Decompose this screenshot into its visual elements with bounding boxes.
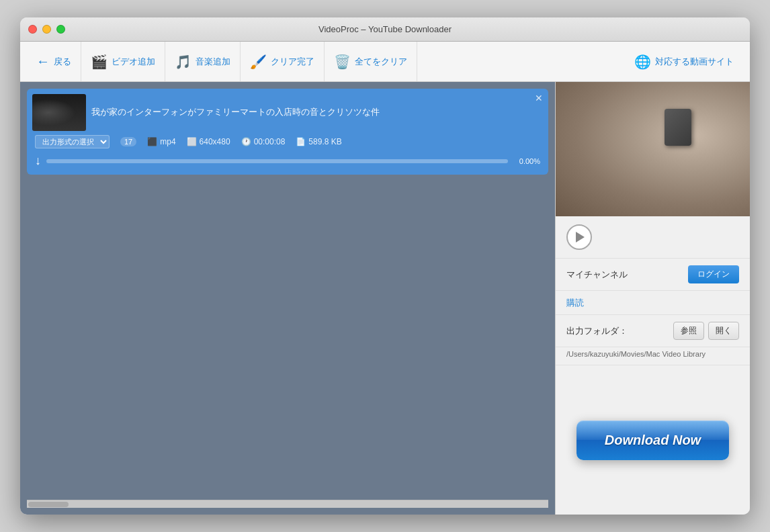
back-icon: ← — [36, 54, 50, 69]
progress-percentage: 0.00% — [513, 157, 540, 165]
progress-row: ↓ 0.00% — [32, 152, 543, 169]
clear-all-icon: 🗑️ — [334, 54, 351, 70]
clear-done-icon: 🖌️ — [250, 54, 267, 70]
preview-area — [556, 82, 750, 216]
supported-sites-icon: 🌐 — [634, 54, 651, 70]
scrollbar[interactable] — [27, 500, 548, 508]
count-badge: 17 — [120, 137, 136, 146]
play-icon — [576, 232, 585, 242]
titlebar-buttons — [28, 25, 65, 34]
maximize-button[interactable] — [56, 25, 65, 34]
format-select[interactable]: 出力形式の選択 — [35, 135, 110, 148]
format-selector: 出力形式の選択 — [35, 135, 110, 148]
add-music-button[interactable]: 🎵 音楽追加 — [165, 42, 241, 81]
back-button[interactable]: ← 戻る — [27, 42, 81, 81]
browse-button[interactable]: 参照 — [673, 322, 704, 340]
add-video-button[interactable]: 🎬 ビデオ追加 — [81, 42, 165, 81]
clear-all-label: 全てをクリア — [355, 56, 407, 68]
scrollbar-thumb[interactable] — [28, 502, 69, 507]
output-folder-row: 出力フォルダ： 参照 開く — [556, 315, 750, 347]
minimize-button[interactable] — [42, 25, 51, 34]
resolution-info: ⬜ 640x480 — [187, 137, 230, 146]
add-video-icon: 🎬 — [91, 54, 108, 70]
window-title: VideoProc – YouTube Downloader — [318, 24, 452, 34]
subscribe-link[interactable]: 購読 — [566, 298, 584, 308]
filesize-info: 📄 589.8 KB — [296, 137, 341, 146]
video-meta: 出力形式の選択 17 ⬛ mp4 ⬜ 640x480 — [32, 135, 543, 148]
codec-value: mp4 — [160, 137, 175, 146]
filesize-value: 589.8 KB — [308, 137, 341, 146]
video-thumbnail — [32, 94, 86, 131]
clock-icon: 🕐 — [241, 137, 251, 146]
channel-label: マイチャンネル — [566, 269, 628, 281]
download-now-button[interactable]: Download Now — [576, 420, 729, 460]
preview-wall — [556, 82, 750, 216]
right-panel: マイチャンネル ログイン 購読 出力フォルダ： 参照 開く /Users/kaz… — [555, 82, 750, 515]
toolbar: ← 戻る 🎬 ビデオ追加 🎵 音楽追加 🖌️ クリア完了 🗑️ 全てをクリア 🌐… — [20, 42, 750, 82]
preview-intercom — [665, 109, 691, 146]
video-close-button[interactable]: ✕ — [535, 93, 543, 103]
output-path: /Users/kazuyuki/Movies/Mac Video Library — [556, 347, 750, 365]
download-now-label: Download Now — [605, 433, 701, 447]
preview-image — [556, 82, 750, 216]
play-button-area — [556, 216, 750, 259]
download-arrow-icon: ↓ — [35, 154, 41, 168]
open-button[interactable]: 開く — [708, 322, 739, 340]
subscribe-row: 購読 — [556, 291, 750, 315]
back-label: 戻る — [54, 56, 71, 68]
thumbnail-image — [32, 94, 86, 131]
add-music-icon: 🎵 — [175, 54, 191, 70]
left-panel-empty — [27, 175, 548, 500]
codec-info: ⬛ mp4 — [147, 137, 175, 146]
clear-done-button[interactable]: 🖌️ クリア完了 — [241, 42, 325, 81]
supported-sites-button[interactable]: 🌐 対応する動画サイト — [625, 42, 743, 81]
output-folder-label: 出力フォルダ： — [566, 325, 628, 337]
clear-all-button[interactable]: 🗑️ 全てをクリア — [325, 42, 417, 81]
resolution-icon: ⬜ — [187, 137, 197, 146]
main-window: VideoProc – YouTube Downloader ← 戻る 🎬 ビデ… — [20, 17, 750, 515]
resolution-value: 640x480 — [200, 137, 230, 146]
video-count: 17 — [120, 137, 136, 146]
codec-icon: ⬛ — [147, 137, 157, 146]
channel-row: マイチャンネル ログイン — [556, 259, 750, 291]
play-button[interactable] — [566, 224, 592, 250]
main-content: ✕ 我が家のインターフォンがファミリーマートの入店時の音とクリソツな件 出力形式… — [20, 82, 750, 515]
supported-sites-label: 対応する動画サイト — [655, 56, 734, 68]
progress-bar-background — [46, 159, 508, 163]
video-item-header: 我が家のインターフォンがファミリーマートの入店時の音とクリソツな件 — [32, 94, 543, 131]
add-music-label: 音楽追加 — [196, 56, 230, 68]
folder-buttons: 参照 開く — [673, 322, 739, 340]
close-button[interactable] — [28, 25, 37, 34]
titlebar: VideoProc – YouTube Downloader — [20, 17, 750, 42]
download-button-area: Download Now — [556, 365, 750, 515]
video-title: 我が家のインターフォンがファミリーマートの入店時の音とクリソツな件 — [91, 107, 543, 118]
duration-value: 00:00:08 — [254, 137, 286, 146]
login-button[interactable]: ログイン — [688, 265, 739, 283]
clear-done-label: クリア完了 — [271, 56, 314, 68]
left-panel: ✕ 我が家のインターフォンがファミリーマートの入店時の音とクリソツな件 出力形式… — [20, 82, 555, 515]
duration-info: 🕐 00:00:08 — [241, 137, 286, 146]
file-icon: 📄 — [296, 137, 306, 146]
add-video-label: ビデオ追加 — [112, 56, 155, 68]
video-item: ✕ 我が家のインターフォンがファミリーマートの入店時の音とクリソツな件 出力形式… — [27, 89, 548, 175]
